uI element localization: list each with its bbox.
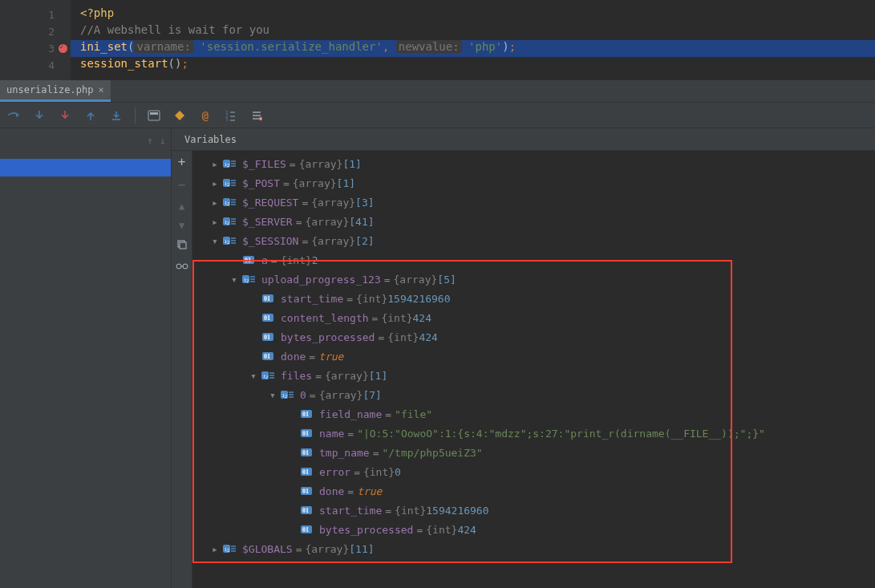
code-line[interactable]: session_start(); [71,57,875,74]
array-icon: 12 [223,157,237,170]
expand-right-icon[interactable]: ▸ [210,544,220,554]
expand-right-icon[interactable]: ▸ [210,217,220,226]
frames-pane[interactable]: ↑ ↓ [0,128,172,588]
frame-down-icon[interactable]: ↓ [160,135,166,147]
variable-row[interactable]: ▸12$GLOBALS={array} [11] [196,539,875,558]
equals-sign: = [306,351,318,363]
variable-name: done [281,351,306,363]
trace-icon[interactable] [172,108,187,123]
variable-row[interactable]: 01start_time={int} 1594216960 [196,501,875,520]
variable-name: start_time [319,505,382,517]
sort-icon[interactable]: 123 [224,108,238,123]
gutter-line[interactable]: 1 [0,6,71,23]
variable-row[interactable]: 01error={int} 0 [196,462,875,481]
code-line[interactable]: //A webshell is wait for you [71,23,875,40]
variable-row[interactable]: ▸12$_POST={array} [1] [196,173,875,193]
close-icon[interactable]: × [98,84,103,95]
variable-row[interactable]: ▸12$_FILES={array} [1] [196,154,875,173]
variable-row[interactable]: ▸12$_REQUEST={array} [3] [196,193,875,212]
expand-right-icon[interactable]: ▸ [210,178,220,188]
add-watch-icon[interactable]: + [178,154,186,169]
equals-sign: = [344,428,357,440]
variable-type: {int} [281,254,312,266]
expand-down-icon[interactable]: ▾ [268,390,277,399]
svg-text:01: 01 [302,449,309,456]
variable-row[interactable]: 01content_length={int} 424 [196,308,875,327]
variable-type: {array} [394,274,438,286]
variable-row[interactable]: 01done=true [196,481,875,501]
watch-up-icon[interactable]: ▲ [179,201,184,212]
force-step-into-icon[interactable] [58,108,72,123]
remove-watch-icon[interactable]: − [178,177,186,193]
copy-icon[interactable] [176,239,188,253]
variable-row[interactable]: 01a={int} 2 [196,250,875,270]
expand-right-icon[interactable]: ▸ [210,197,220,207]
code-line[interactable]: ini_set(varname: 'session.serialize_hand… [71,40,875,57]
variable-row[interactable]: 01bytes_processed={int} 424 [196,520,875,539]
tree-spacer [287,486,297,496]
code-editor[interactable]: 1234 <?php//A webshell is wait for youin… [0,0,875,80]
variable-row[interactable]: ▾120={array} [7] [196,385,875,404]
variable-row[interactable]: ▾12$_SESSION={array} [2] [196,231,875,250]
equals-sign: = [268,254,281,266]
step-over-icon[interactable] [6,108,21,123]
variable-name: bytes_processed [319,524,413,536]
at-icon[interactable]: @ [198,108,213,123]
variable-value: "file" [395,408,432,420]
variable-name: field_name [319,408,382,420]
tree-spacer [249,313,258,322]
array-icon: 12 [223,176,237,189]
expand-down-icon[interactable]: ▾ [229,274,239,284]
svg-text:2: 2 [227,163,229,168]
equals-sign: = [343,293,356,305]
variable-row[interactable]: ▾12upload_progress_123={array} [5] [196,270,875,289]
equals-sign: = [312,370,325,382]
evaluate-expression-icon[interactable] [147,108,161,123]
watch-down-icon[interactable]: ▼ [179,220,184,231]
svg-text:01: 01 [302,526,309,533]
variable-type: {int} [426,524,457,536]
breakpoint-icon[interactable] [59,44,67,53]
equals-sign: = [413,524,426,536]
variable-count: [7] [363,389,381,401]
tree-spacer [249,332,258,342]
run-to-cursor-icon[interactable] [109,108,124,123]
svg-text:2: 2 [227,548,229,553]
expand-down-icon[interactable]: ▾ [210,236,220,245]
svg-text:2: 2 [246,278,249,283]
code-line[interactable]: <?php [71,6,875,23]
glasses-icon[interactable] [176,261,188,273]
tab-unserialize[interactable]: unserialize.php × [0,80,111,102]
variable-value: 424 [413,312,431,324]
variable-row[interactable]: 01tmp_name="/tmp/php5ueiZ3" [196,443,875,462]
variable-value: 1594216960 [387,293,450,305]
debug-tab-row: unserialize.php × [0,80,875,103]
variable-row[interactable]: 01name="|O:5:"OowoO":1:{s:4:"mdzz";s:27:… [196,424,875,443]
editor-code[interactable]: <?php//A webshell is wait for youini_set… [71,0,875,80]
frame-up-icon[interactable]: ↑ [147,135,153,147]
expand-down-icon[interactable]: ▾ [249,371,258,380]
variable-row[interactable]: 01field_name="file" [196,404,875,424]
step-into-icon[interactable] [32,108,47,123]
variable-type: {array} [305,216,349,228]
variable-row[interactable]: 01done=true [196,347,875,366]
svg-rect-7 [180,242,186,249]
filter-icon[interactable] [249,108,264,123]
variables-tree[interactable]: ▸12$_FILES={array} [1]▸12$_POST={array} … [192,151,875,588]
svg-rect-1 [150,112,158,115]
svg-text:01: 01 [302,468,309,476]
svg-text:2: 2 [227,240,229,245]
array-icon: 12 [223,215,237,228]
step-out-icon[interactable] [83,108,98,123]
variable-row[interactable]: 01start_time={int} 1594216960 [196,289,875,308]
equals-sign: = [298,235,311,247]
expand-right-icon[interactable]: ▸ [210,159,220,168]
variable-row[interactable]: 01bytes_processed={int} 424 [196,327,875,347]
variable-row[interactable]: ▸12$_SERVER={array} [41] [196,212,875,231]
gutter-line[interactable]: 3 [0,40,71,57]
variable-row[interactable]: ▾12files={array} [1] [196,366,875,385]
array-icon: 12 [223,542,237,555]
gutter-line[interactable]: 4 [0,57,71,74]
gutter-line[interactable]: 2 [0,23,71,40]
selected-frame[interactable] [0,159,171,176]
